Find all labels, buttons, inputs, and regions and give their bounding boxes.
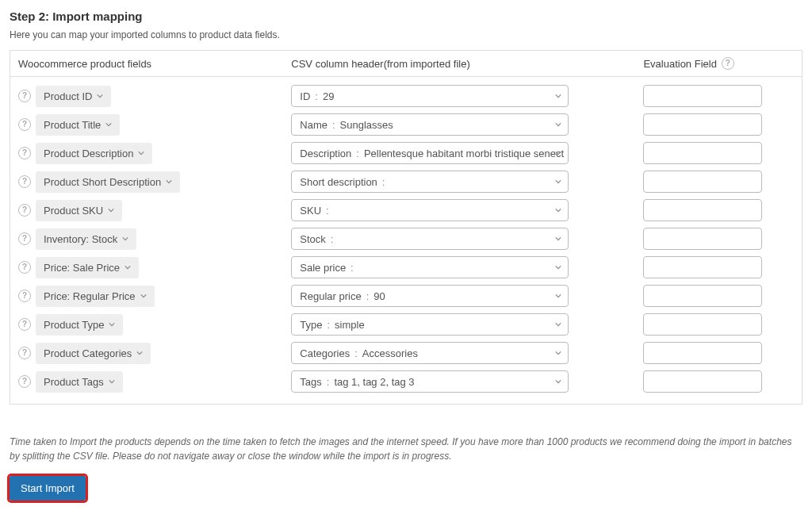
csv-select-value: 29 [323, 90, 334, 102]
evaluation-input[interactable] [643, 142, 762, 164]
mapping-table-body: ?Product IDID:29?Product TitleName:Sungl… [10, 77, 802, 404]
csv-column-select[interactable]: Categories:Accessories [291, 342, 569, 364]
csv-select-label: Stock [300, 233, 326, 245]
field-badge[interactable]: Product Categories [36, 343, 151, 364]
chevron-down-icon [555, 321, 561, 328]
chevron-down-icon [166, 178, 172, 185]
csv-column-select[interactable]: Tags:tag 1, tag 2, tag 3 [291, 370, 569, 393]
separator: : [366, 290, 370, 302]
evaluation-input[interactable] [643, 342, 762, 364]
chevron-down-icon [97, 93, 103, 99]
field-badge[interactable]: Product Short Description [36, 171, 180, 193]
evaluation-input[interactable] [643, 370, 762, 393]
question-circle-icon[interactable]: ? [18, 375, 31, 388]
header-eval: Evaluation Field ? [643, 57, 794, 70]
csv-column-select[interactable]: Sale price: [291, 256, 569, 278]
csv-column-select[interactable]: Short description: [291, 171, 569, 193]
chevron-down-icon [555, 121, 561, 128]
question-circle-icon[interactable]: ? [18, 232, 31, 245]
chevron-down-icon [555, 378, 561, 385]
mapping-table: Woocommerce product fields CSV column he… [10, 50, 802, 405]
field-badge[interactable]: Product Type [36, 314, 123, 336]
separator: : [354, 347, 358, 359]
chevron-down-icon [109, 321, 115, 328]
evaluation-input[interactable] [643, 285, 762, 307]
csv-column-select[interactable]: SKU: [291, 199, 569, 221]
evaluation-input[interactable] [643, 113, 762, 136]
disclaimer-text: Time taken to Import the products depend… [10, 435, 802, 463]
csv-column-select[interactable]: Type:simple [291, 313, 569, 336]
question-circle-icon[interactable]: ? [18, 290, 31, 302]
field-label: Price: Regular Price [44, 290, 136, 302]
question-circle-icon[interactable]: ? [18, 261, 31, 274]
header-eval-label: Evaluation Field [643, 58, 717, 70]
csv-column-select[interactable]: Regular price:90 [291, 285, 569, 307]
separator: : [327, 319, 330, 331]
evaluation-input[interactable] [643, 171, 762, 193]
field-badge[interactable]: Product SKU [36, 200, 122, 221]
field-badge[interactable]: Product Title [36, 114, 120, 136]
field-badge[interactable]: Price: Regular Price [36, 286, 155, 307]
csv-select-label: Short description [300, 176, 377, 188]
chevron-down-icon [124, 264, 131, 270]
question-circle-icon[interactable]: ? [18, 90, 31, 102]
question-circle-icon[interactable]: ? [18, 175, 31, 188]
mapping-table-header: Woocommerce product fields CSV column he… [10, 51, 802, 77]
table-row: ?Product SKUSKU: [18, 196, 794, 224]
chevron-down-icon [555, 293, 561, 299]
csv-select-label: Categories [300, 347, 350, 359]
evaluation-input[interactable] [643, 256, 762, 278]
separator: : [332, 119, 335, 131]
field-badge[interactable]: Product Description [36, 143, 152, 164]
field-badge[interactable]: Price: Sale Price [36, 257, 139, 278]
question-circle-icon[interactable]: ? [18, 204, 31, 217]
separator: : [315, 90, 318, 102]
separator: : [331, 233, 334, 245]
evaluation-input[interactable] [643, 199, 762, 221]
field-label: Product ID [44, 90, 92, 102]
field-badge[interactable]: Product ID [36, 86, 111, 107]
page-title: Step 2: Import mapping [10, 10, 802, 23]
csv-select-label: Type [300, 319, 322, 331]
table-row: ?Product Short DescriptionShort descript… [18, 167, 794, 196]
csv-column-select[interactable]: Name:Sunglasses [291, 113, 569, 136]
header-csv: CSV column header(from imported file) [291, 58, 643, 70]
field-label: Product SKU [44, 205, 103, 217]
csv-select-value: 90 [373, 290, 385, 302]
field-label: Price: Sale Price [44, 262, 120, 274]
chevron-down-icon [136, 350, 143, 356]
separator: : [326, 205, 329, 217]
header-fields: Woocommerce product fields [18, 58, 291, 70]
question-circle-icon[interactable]: ? [18, 118, 31, 131]
csv-select-label: Regular price [300, 290, 361, 302]
evaluation-input[interactable] [643, 85, 762, 107]
csv-column-select[interactable]: ID:29 [291, 85, 569, 107]
chevron-down-icon [109, 378, 115, 385]
evaluation-input[interactable] [643, 313, 762, 336]
table-row: ?Product IDID:29 [18, 82, 794, 110]
csv-select-value: Pellentesque habitant morbi tristique se… [364, 148, 564, 159]
field-badge[interactable]: Product Tags [36, 371, 123, 393]
evaluation-input[interactable] [643, 228, 762, 250]
csv-select-label: Description [300, 148, 351, 159]
csv-select-value: tag 1, tag 2, tag 3 [334, 376, 414, 388]
field-badge[interactable]: Inventory: Stock [36, 228, 136, 250]
start-import-button[interactable]: Start Import [10, 476, 86, 501]
question-circle-icon[interactable]: ? [18, 147, 31, 159]
field-label: Inventory: Stock [44, 233, 117, 245]
csv-select-label: SKU [300, 205, 321, 217]
field-label: Product Description [44, 148, 133, 159]
table-row: ?Inventory: StockStock: [18, 224, 794, 253]
question-circle-icon[interactable]: ? [722, 57, 734, 70]
csv-select-label: ID [300, 90, 310, 102]
question-circle-icon[interactable]: ? [18, 318, 31, 331]
separator: : [327, 376, 330, 388]
field-label: Product Title [44, 119, 101, 131]
field-label: Product Short Description [44, 176, 161, 188]
csv-column-select[interactable]: Stock: [291, 228, 569, 250]
table-row: ?Price: Sale PriceSale price: [18, 253, 794, 282]
separator: : [382, 176, 385, 188]
csv-column-select[interactable]: Description:Pellentesque habitant morbi … [291, 142, 569, 164]
table-row: ?Product DescriptionDescription:Pellente… [18, 139, 794, 167]
question-circle-icon[interactable]: ? [18, 347, 31, 359]
